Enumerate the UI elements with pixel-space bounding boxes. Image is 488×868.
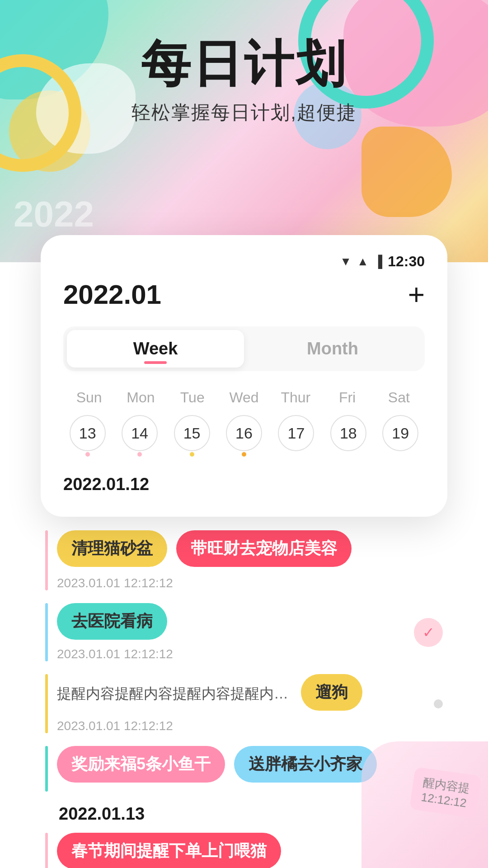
calendar-header: 2022.01 + <box>63 279 425 310</box>
calendar-card: ▼ ▲ ▐ 12:30 2022.01 + Week Month Sun Mon… <box>41 235 447 517</box>
dot-18 <box>346 452 351 457</box>
timeline-line <box>45 603 48 661</box>
weekday-sun: Sun <box>63 389 115 406</box>
tag-row: 清理猫砂盆 带旺财去宠物店美容 <box>57 530 443 571</box>
dot-13 <box>85 452 90 457</box>
task-tag[interactable]: 清理猫砂盆 <box>57 530 167 567</box>
timeline-line <box>45 833 48 868</box>
year-label: 2022 <box>14 193 94 235</box>
item-content: 提醒内容提醒内容提醒内容提醒内容提 遛狗 2023.01.01 12:12:12 <box>57 674 425 733</box>
weekday-thur: Thur <box>270 389 321 406</box>
task-tag[interactable]: 春节期间提醒下单上门喂猫 <box>57 833 281 868</box>
tab-week[interactable]: Week <box>67 330 244 368</box>
task-extra-tag[interactable]: 送胖橘去小齐家 <box>234 746 377 783</box>
weekday-sat: Sat <box>373 389 425 406</box>
signal-icon: ▲ <box>357 255 369 269</box>
weekday-mon: Mon <box>115 389 166 406</box>
weekday-wed: Wed <box>218 389 270 406</box>
timeline-line <box>45 746 48 792</box>
hero-text: 每日计划 轻松掌握每日计划,超便捷 <box>0 0 488 125</box>
task-tag[interactable]: 遛狗 <box>301 674 362 711</box>
add-task-button[interactable]: + <box>408 280 425 309</box>
date-cell-16[interactable]: 16 <box>220 415 268 457</box>
calendar-tabs: Week Month <box>63 326 425 371</box>
list-item: 清理猫砂盆 带旺财去宠物店美容 2023.01.01 12:12:12 <box>45 530 443 590</box>
weekday-tue: Tue <box>167 389 218 406</box>
dot-19 <box>398 452 403 457</box>
app-title: 每日计划 <box>0 36 488 91</box>
dot-14 <box>137 452 142 457</box>
date-num-15: 15 <box>174 415 210 451</box>
date-num-18: 18 <box>330 415 366 451</box>
date-num-13: 13 <box>70 415 106 451</box>
status-time: 12:30 <box>388 253 425 270</box>
dot-16 <box>242 452 246 457</box>
task-extra-tag[interactable]: 带旺财去宠物店美容 <box>176 530 352 567</box>
list-item: 提醒内容提醒内容提醒内容提醒内容提 遛狗 2023.01.01 12:12:12 <box>45 674 443 733</box>
date-num-19: 19 <box>382 415 418 451</box>
date-cell-15[interactable]: 15 <box>168 415 216 457</box>
task-tag[interactable]: 去医院看病 <box>57 603 167 640</box>
hero-section: 每日计划 轻松掌握每日计划,超便捷 2022 <box>0 0 488 262</box>
week-days-header: Sun Mon Tue Wed Thur Fri Sat <box>63 389 425 406</box>
item-content: 去医院看病 2023.01.01 12:12:12 <box>57 603 405 661</box>
date-cell-18[interactable]: 18 <box>324 415 372 457</box>
item-content: 清理猫砂盆 带旺财去宠物店美容 2023.01.01 12:12:12 <box>57 530 443 590</box>
incomplete-dot <box>434 699 443 708</box>
dates-row: 13 14 15 16 17 18 <box>63 415 425 457</box>
selected-date: 2022.01.12 <box>63 475 425 494</box>
item-meta: 2023.01.01 12:12:12 <box>57 719 425 733</box>
item-text: 提醒内容提醒内容提醒内容提醒内容提 <box>57 684 292 704</box>
dot-15 <box>190 452 194 457</box>
wifi-icon: ▼ <box>340 255 352 269</box>
item-meta: 2023.01.01 12:12:12 <box>57 576 443 590</box>
task-tag[interactable]: 奖励来福5条小鱼干 <box>57 746 225 783</box>
weekday-fri: Fri <box>321 389 373 406</box>
list-item: 去医院看病 2023.01.01 12:12:12 ✓ <box>45 603 443 661</box>
battery-icon: ▐ <box>374 255 382 269</box>
date-num-14: 14 <box>122 415 158 451</box>
date-cell-13[interactable]: 13 <box>63 415 112 457</box>
status-bar: ▼ ▲ ▐ 12:30 <box>63 253 425 270</box>
calendar-card-wrapper: ▼ ▲ ▐ 12:30 2022.01 + Week Month Sun Mon… <box>41 235 447 517</box>
date-cell-17[interactable]: 17 <box>272 415 320 457</box>
dot-17 <box>294 452 298 457</box>
current-month: 2022.01 <box>63 279 161 310</box>
date-num-16: 16 <box>226 415 262 451</box>
app-subtitle: 轻松掌握每日计划,超便捷 <box>0 100 488 125</box>
timeline-line <box>45 530 48 590</box>
tab-month[interactable]: Month <box>244 330 421 368</box>
date-cell-14[interactable]: 14 <box>115 415 164 457</box>
date-cell-19[interactable]: 19 <box>376 415 425 457</box>
check-icon[interactable]: ✓ <box>414 618 443 647</box>
date-num-17: 17 <box>278 415 314 451</box>
item-meta: 2023.01.01 12:12:12 <box>57 647 405 661</box>
timeline-line <box>45 674 48 733</box>
